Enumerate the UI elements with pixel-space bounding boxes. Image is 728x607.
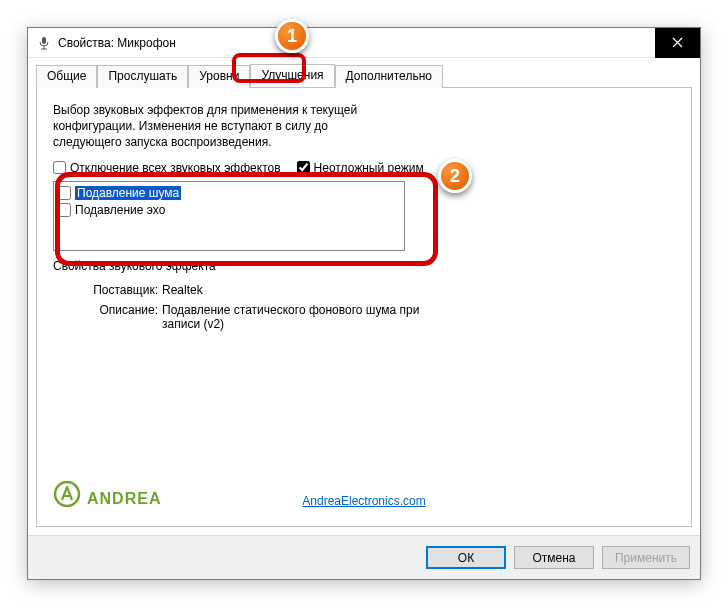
client-area: Общие Прослушать Уровни Улучшения Дополн… (28, 58, 700, 535)
microphone-icon (36, 35, 52, 51)
button-bar: ОК Отмена Применить (28, 535, 700, 579)
properties-window: Свойства: Микрофон Общие Прослушать Уров… (27, 27, 701, 580)
annotation-callout-2: 2 (438, 159, 472, 193)
echo-suppression-label: Подавление эхо (75, 203, 165, 217)
close-button[interactable] (655, 28, 700, 58)
apply-button[interactable]: Применить (602, 546, 690, 569)
disable-all-effects-label[interactable]: Отключение всех звуковых эффектов (53, 161, 281, 175)
tab-content: Выбор звуковых эффектов для применения к… (36, 88, 692, 527)
tab-strip: Общие Прослушать Уровни Улучшения Дополн… (36, 64, 692, 88)
list-item[interactable]: Подавление шума (57, 185, 401, 202)
desc-key: Описание: (53, 303, 158, 331)
urgent-mode-checkbox[interactable] (297, 161, 310, 174)
effect-properties-heading: Свойства звукового эффекта (53, 259, 675, 273)
tab-levels[interactable]: Уровни (188, 65, 250, 88)
tab-general[interactable]: Общие (36, 65, 97, 88)
cancel-button[interactable]: Отмена (514, 546, 594, 569)
disable-all-effects-checkbox[interactable] (53, 161, 66, 174)
desc-value: Подавление статического фонового шума пр… (162, 303, 442, 331)
close-icon (672, 37, 683, 48)
svg-rect-0 (42, 37, 46, 44)
effect-properties: Поставщик: Realtek Описание: Подавление … (53, 283, 675, 331)
vendor-value: Realtek (162, 283, 442, 297)
disable-all-effects-text: Отключение всех звуковых эффектов (70, 161, 281, 175)
window-title: Свойства: Микрофон (58, 36, 655, 50)
ok-button[interactable]: ОК (426, 546, 506, 569)
vendor-link[interactable]: AndreaElectronics.com (302, 494, 425, 508)
tab-advanced[interactable]: Дополнительно (335, 65, 443, 88)
echo-suppression-checkbox[interactable] (57, 203, 71, 217)
urgent-mode-label[interactable]: Неотложный режим (297, 161, 424, 175)
effects-listbox[interactable]: Подавление шума Подавление эхо (53, 181, 405, 251)
tab-listen[interactable]: Прослушать (97, 65, 188, 88)
description-text: Выбор звуковых эффектов для применения к… (53, 102, 383, 151)
tab-enhancements[interactable]: Улучшения (250, 64, 334, 87)
list-item[interactable]: Подавление эхо (57, 202, 401, 219)
top-checkboxes: Отключение всех звуковых эффектов Неотло… (53, 161, 675, 175)
vendor-link-row: AndreaElectronics.com (37, 494, 691, 508)
titlebar: Свойства: Микрофон (28, 28, 700, 58)
annotation-callout-1: 1 (275, 19, 309, 53)
noise-suppression-checkbox[interactable] (57, 186, 71, 200)
noise-suppression-label: Подавление шума (75, 186, 181, 200)
urgent-mode-text: Неотложный режим (314, 161, 424, 175)
vendor-key: Поставщик: (53, 283, 158, 297)
